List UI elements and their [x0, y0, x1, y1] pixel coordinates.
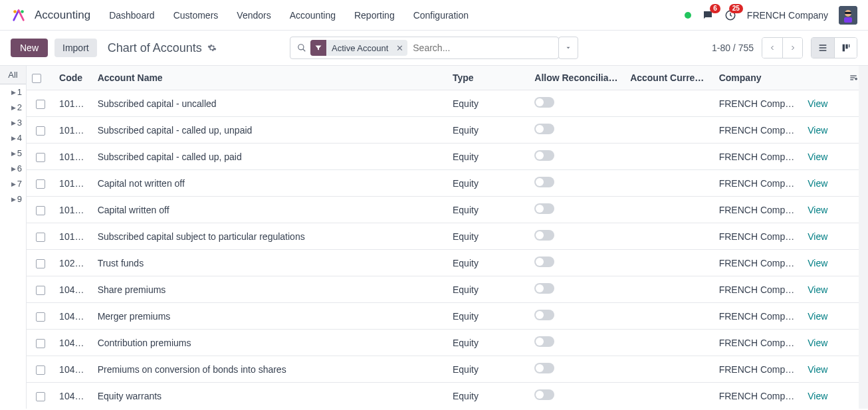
nav-accounting[interactable]: Accounting [290, 10, 336, 21]
table-row[interactable]: 1043…Contribution premiumsEquityFRENCH C… [27, 330, 868, 356]
sidebar-group-5[interactable]: ▶5 [0, 146, 26, 161]
reconcile-toggle[interactable] [534, 336, 554, 347]
reconcile-toggle[interactable] [534, 283, 554, 294]
row-checkbox[interactable] [36, 233, 45, 242]
sidebar-group-2[interactable]: ▶2 [0, 100, 26, 115]
nav-vendors[interactable]: Vendors [237, 10, 271, 21]
row-checkbox[interactable] [36, 206, 45, 215]
view-link[interactable]: View [808, 364, 827, 375]
reconcile-toggle[interactable] [534, 256, 554, 267]
reconcile-toggle[interactable] [534, 310, 554, 320]
nav-reporting[interactable]: Reporting [354, 10, 395, 21]
select-all-checkbox[interactable] [32, 74, 41, 83]
view-link[interactable]: View [808, 231, 827, 242]
gear-icon[interactable] [207, 43, 217, 52]
search-input[interactable] [411, 42, 554, 54]
view-link[interactable]: View [808, 311, 827, 322]
reconcile-toggle[interactable] [534, 124, 554, 134]
new-button[interactable]: New [11, 39, 48, 57]
col-code-header[interactable]: Code [54, 66, 92, 90]
view-link[interactable]: View [808, 178, 827, 189]
pager-next[interactable] [782, 38, 802, 58]
view-link[interactable]: View [808, 391, 827, 401]
table-row[interactable]: 1013…Capital written offEquityFRENCH Com… [27, 197, 868, 223]
table-row[interactable]: 1044…Premiums on conversion of bonds int… [27, 356, 868, 383]
sidebar-group-6[interactable]: ▶6 [0, 161, 26, 176]
row-checkbox[interactable] [36, 286, 45, 295]
row-company: FRENCH Comp… [714, 330, 803, 356]
app-title[interactable]: Accounting [35, 9, 90, 22]
facet-remove-icon[interactable]: ✕ [392, 43, 407, 53]
caret-right-icon: ▶ [11, 135, 16, 142]
table-row[interactable]: 1042…Merger premiumsEquityFRENCH Comp…Vi… [27, 303, 868, 330]
row-checkbox[interactable] [36, 153, 45, 162]
pager-prev[interactable] [762, 38, 782, 58]
row-code: 1012… [54, 117, 92, 144]
col-name-header[interactable]: Account Name [92, 66, 447, 90]
row-checkbox[interactable] [36, 126, 45, 136]
discuss-icon[interactable]: 6 [702, 9, 714, 21]
table-row[interactable]: 1020…Trust fundsEquityFRENCH Comp…View [27, 250, 868, 276]
col-currency-header[interactable]: Account Curre… [625, 66, 714, 90]
nav-configuration[interactable]: Configuration [413, 10, 469, 21]
table-row[interactable]: 1013…Subscribed capital - called up, pai… [27, 144, 868, 170]
reconcile-toggle[interactable] [534, 389, 554, 400]
reconcile-toggle[interactable] [534, 177, 554, 187]
nav-customers[interactable]: Customers [173, 10, 219, 21]
table-scroll[interactable]: Code Account Name Type Allow Reconciliat… [27, 66, 868, 409]
pager-text[interactable]: 1-80 / 755 [712, 43, 754, 53]
view-link[interactable]: View [808, 98, 827, 109]
discuss-badge: 6 [710, 4, 720, 13]
search-container[interactable]: Active Account ✕ [290, 37, 559, 59]
row-code: 1018… [54, 223, 92, 250]
table-row[interactable]: 1041…Share premiumsEquityFRENCH Comp…Vie… [27, 276, 868, 303]
view-link[interactable]: View [808, 125, 827, 136]
sidebar-group-9[interactable]: ▶9 [0, 191, 26, 207]
view-link[interactable]: View [808, 205, 827, 215]
reconcile-toggle[interactable] [534, 230, 554, 241]
row-checkbox[interactable] [36, 100, 45, 109]
row-checkbox[interactable] [36, 392, 45, 401]
sidebar-all[interactable]: All [0, 66, 26, 84]
sidebar-group-7[interactable]: ▶7 [0, 176, 26, 191]
sidebar-group-4[interactable]: ▶4 [0, 130, 26, 146]
user-avatar[interactable] [839, 6, 857, 25]
row-currency [625, 170, 714, 197]
table-row[interactable]: 1013…Capital not written offEquityFRENCH… [27, 170, 868, 197]
col-reconcile-header[interactable]: Allow Reconciliati… [529, 66, 625, 90]
row-checkbox[interactable] [36, 259, 45, 268]
sidebar-group-label: 4 [17, 133, 22, 143]
sidebar-group-3[interactable]: ▶3 [0, 115, 26, 130]
view-link[interactable]: View [808, 338, 827, 348]
reconcile-toggle[interactable] [534, 97, 554, 108]
svg-rect-14 [849, 45, 849, 48]
table-row[interactable]: 1011…Subscribed capital - uncalledEquity… [27, 90, 868, 117]
table-row[interactable]: 1012…Subscribed capital - called up, unp… [27, 117, 868, 144]
nav-dashboard[interactable]: Dashboard [109, 10, 155, 21]
import-button[interactable]: Import [54, 39, 97, 57]
view-link[interactable]: View [808, 152, 827, 162]
table-row[interactable]: 1045…Equity warrantsEquityFRENCH Comp…Vi… [27, 383, 868, 409]
col-type-header[interactable]: Type [447, 66, 529, 90]
row-checkbox[interactable] [36, 339, 45, 348]
view-link[interactable]: View [808, 258, 827, 268]
row-company: FRENCH Comp… [714, 117, 803, 144]
reconcile-toggle[interactable] [534, 150, 554, 161]
list-view-button[interactable] [812, 38, 834, 58]
caret-right-icon: ▶ [11, 104, 16, 111]
vertical-scrollbar[interactable] [859, 66, 868, 409]
sidebar-group-1[interactable]: ▶1 [0, 84, 26, 100]
row-checkbox[interactable] [36, 365, 45, 375]
row-checkbox[interactable] [36, 312, 45, 322]
row-checkbox[interactable] [36, 179, 45, 189]
reconcile-toggle[interactable] [534, 203, 554, 214]
col-company-header[interactable]: Company [714, 66, 803, 90]
app-logo-icon[interactable] [11, 7, 27, 23]
activities-icon[interactable]: 25 [724, 9, 736, 21]
view-link[interactable]: View [808, 284, 827, 295]
search-options-caret[interactable] [558, 37, 578, 59]
reconcile-toggle[interactable] [534, 363, 554, 373]
kanban-view-button[interactable] [834, 38, 857, 58]
table-row[interactable]: 1018…Subscribed capital subject to parti… [27, 223, 868, 250]
company-switcher[interactable]: FRENCH Company [747, 10, 828, 21]
